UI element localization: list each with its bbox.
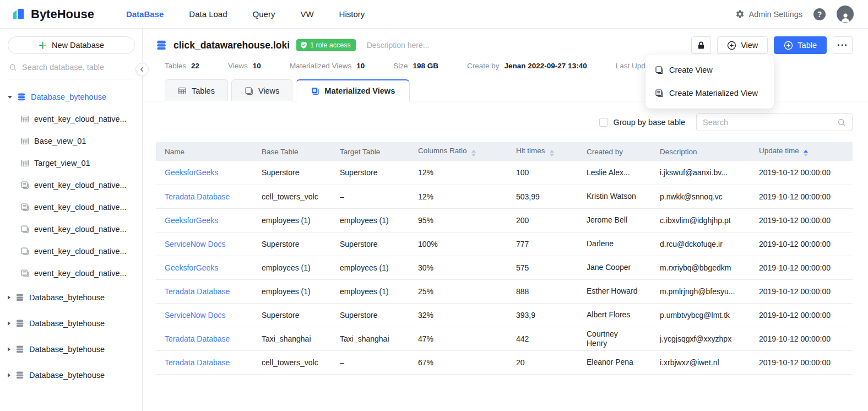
view-icon [655, 66, 664, 74]
mv-name-link[interactable]: GeeksforGeeks [165, 168, 218, 177]
mv-name-link[interactable]: Teradata Database [165, 192, 230, 201]
table-row[interactable]: Teradata Databasecell_towers_volc–12%503… [156, 185, 853, 208]
cell-update-time: 2019-10-12 00:00:00 [750, 208, 853, 232]
more-actions-button[interactable]: ··· [833, 36, 853, 54]
nav-item-database[interactable]: DataBase [126, 9, 164, 19]
mv-name-link[interactable]: GeeksforGeeks [165, 216, 218, 225]
cell-base-table: cell_towers_volc [253, 350, 331, 374]
sort-icon[interactable] [804, 150, 808, 157]
new-database-button[interactable]: New Database [8, 36, 135, 54]
tree-item-event-key-cloud-native[interactable]: event_key_cloud_native... [0, 196, 142, 218]
tree-item-base-view-01[interactable]: Base_view_01 [0, 130, 142, 152]
database-search-input[interactable] [22, 63, 121, 72]
page-title: click_datawarehouse.loki [173, 40, 290, 51]
cell-created-by: Jane Cooper [578, 256, 651, 279]
tree-item-event-key-cloud-native[interactable]: event_key_cloud_native... [0, 262, 142, 284]
caret-icon [8, 96, 12, 99]
sidebar: New Database Database_bytehouseevent_key… [0, 29, 143, 411]
cell-base-table: employees (1) [253, 256, 331, 279]
tree-item-target-view-01[interactable]: Target_view_01 [0, 152, 142, 174]
nav-item-history[interactable]: History [339, 9, 365, 19]
cell-description: j.ycgjsqgxf@xxyzhpx [651, 327, 750, 350]
tree-item-database-bytehouse[interactable]: Database_bytehouse [0, 336, 142, 362]
tree-item-event-key-cloud-native[interactable]: event_key_cloud_native... [0, 218, 142, 240]
description-field[interactable]: Description here... [367, 41, 430, 50]
table-row[interactable]: GeeksforGeeksemployees (1)employees (1)9… [156, 208, 853, 232]
table-row[interactable]: ServiceNow DocsSuperstoreSuperstore32%39… [156, 303, 853, 327]
plus-icon [39, 41, 47, 50]
column-header-hit-times[interactable]: Hit times [507, 142, 578, 161]
tab-views[interactable]: Views [231, 79, 292, 101]
tree-item-label: Base_view_01 [34, 137, 86, 145]
cell-update-time: 2019-10-12 00:00:00 [750, 327, 853, 350]
table-row[interactable]: Teradata DatabaseTaxi_shanghaiTaxi_shang… [156, 327, 853, 350]
mv-name-link[interactable]: Teradata Database [165, 358, 230, 367]
search-icon [9, 63, 17, 72]
view-icon [20, 247, 29, 256]
tree-item-event-key-cloud-native[interactable]: event_key_cloud_native... [0, 174, 142, 196]
mv-name-link[interactable]: Teradata Database [165, 287, 230, 296]
database-icon [15, 371, 24, 380]
column-header-update-time[interactable]: Update time [750, 142, 853, 161]
tree-item-database-bytehouse[interactable]: Database_bytehouse [0, 86, 142, 108]
user-avatar[interactable] [837, 6, 854, 23]
cell-columns-ratio: 32% [409, 303, 507, 327]
table-search-input[interactable] [703, 118, 833, 127]
cell-columns-ratio: 47% [409, 327, 507, 350]
brand-logo[interactable]: ByteHouse [11, 7, 94, 21]
nav-item-vw[interactable]: VW [300, 9, 313, 19]
help-icon[interactable]: ? [813, 8, 826, 20]
menu-item-create-materialized-view[interactable]: Create Materialized View [645, 82, 774, 105]
group-by-control[interactable]: Group by base table [599, 118, 685, 127]
cell-target-table: – [331, 185, 409, 208]
nav-item-query[interactable]: Query [253, 9, 275, 19]
cell-target-table: – [331, 350, 409, 374]
tree-item-event-key-cloud-native[interactable]: event_key_cloud_native... [0, 240, 142, 262]
column-header-created-by: Created by [578, 142, 651, 161]
nav-item-data-load[interactable]: Data Load [189, 9, 227, 19]
tab-label: Tables [192, 86, 215, 95]
stat-label: Tables [165, 62, 186, 70]
lock-button[interactable] [691, 36, 711, 54]
column-header-columns-ratio[interactable]: Columns Ratio [409, 142, 507, 161]
role-access-label: 1 role access [310, 41, 351, 49]
add-table-button[interactable]: Table [774, 36, 827, 54]
table-row[interactable]: GeeksforGeeksemployees (1)employees (1)3… [156, 256, 853, 279]
chevron-left-icon [139, 67, 145, 72]
cell-name: Teradata Database [156, 350, 253, 374]
tree-item-label: event_key_cloud_native... [34, 203, 127, 212]
cell-columns-ratio: 100% [409, 232, 507, 256]
add-view-button[interactable]: View [717, 36, 768, 54]
table-row[interactable]: Teradata Databaseemployees (1)employees … [156, 279, 853, 303]
sort-icon[interactable] [550, 150, 554, 157]
group-by-checkbox[interactable] [599, 118, 608, 127]
cell-target-table: Taxi_shanghai [331, 327, 409, 350]
cell-description: i.xrbjwxz@iwet.nl [651, 350, 750, 374]
tree-item-database-bytehouse[interactable]: Database_bytehouse [0, 284, 142, 310]
tab-materialized-views[interactable]: Materialized Views [296, 79, 410, 102]
stat-value: 198 GB [413, 62, 438, 70]
new-database-label: New Database [52, 41, 104, 50]
materialized-view-icon [20, 203, 29, 212]
mv-name-link[interactable]: Teradata Database [165, 334, 230, 343]
tab-tables[interactable]: Tables [165, 79, 228, 101]
gear-icon [735, 9, 745, 19]
sort-icon[interactable] [471, 150, 476, 157]
materialized-view-icon [311, 86, 319, 95]
mv-name-link[interactable]: ServiceNow Docs [165, 240, 225, 248]
column-header-base-table: Base Table [253, 142, 331, 161]
table-row[interactable]: GeeksforGeeksSuperstoreSuperstore12%100L… [156, 161, 853, 185]
table-row[interactable]: ServiceNow DocsSuperstoreSuperstore100%7… [156, 232, 853, 256]
caret-icon [8, 295, 10, 300]
tree-item-event-key-cloud-native[interactable]: event_key_cloud_native... [0, 108, 142, 130]
mv-name-link[interactable]: ServiceNow Docs [165, 311, 225, 320]
admin-settings-button[interactable]: Admin Settings [735, 9, 802, 19]
table-row[interactable]: Teradata Databasecell_towers_volc–67%20E… [156, 350, 853, 374]
mv-name-link[interactable]: GeeksforGeeks [165, 263, 218, 272]
cell-created-by: Kristin Watson [578, 185, 651, 208]
column-label: Target Table [340, 148, 380, 156]
tree-item-database-bytehouse[interactable]: Database_bytehouse [0, 310, 142, 336]
menu-item-create-view[interactable]: Create View [645, 58, 774, 82]
tree-item-database-bytehouse[interactable]: Database_bytehouse [0, 362, 142, 388]
sidebar-collapse-button[interactable] [135, 63, 149, 76]
